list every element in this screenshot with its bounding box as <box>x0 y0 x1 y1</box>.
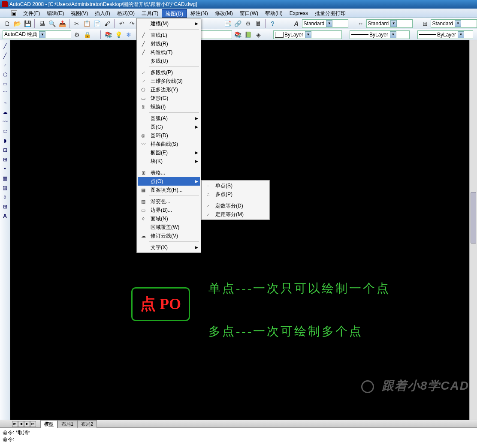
menu-revcloud[interactable]: ☁修订云线(V) <box>138 232 200 240</box>
publish-icon[interactable]: 📤 <box>58 19 67 28</box>
save-icon[interactable]: 💾 <box>23 19 32 28</box>
open-icon[interactable]: 📂 <box>13 19 22 28</box>
revcloud-tool-icon[interactable]: ☁ <box>1 108 9 117</box>
spline-tool-icon[interactable]: 〰 <box>1 117 9 126</box>
menu-modify[interactable]: 修改(M) <box>211 9 236 18</box>
pline-tool-icon[interactable]: ⟋ <box>1 61 9 69</box>
tab-next-icon[interactable]: ▶ <box>24 421 30 427</box>
menu-tools[interactable]: 工具(T) <box>138 9 162 18</box>
markup-icon[interactable]: 🔗 <box>233 19 242 28</box>
polygon-tool-icon[interactable]: ⬠ <box>1 70 9 79</box>
menu-edit[interactable]: 编辑(E) <box>43 9 67 18</box>
submenu-measure[interactable]: ⟋定距等分(M) <box>202 210 269 219</box>
submenu-single-point[interactable]: ·单点(S) <box>202 181 269 190</box>
calc-icon[interactable]: 🖩 <box>254 19 263 28</box>
redo-icon[interactable]: ↷ <box>127 19 137 28</box>
submenu-multi-point[interactable]: ∴多点(P) <box>202 190 269 198</box>
region-tool-icon[interactable]: ◊ <box>1 193 9 201</box>
layer-iso-icon[interactable]: ◈ <box>254 30 263 39</box>
menu-express[interactable]: Express <box>286 9 311 18</box>
tab-layout2[interactable]: 布局2 <box>77 420 97 428</box>
menu-format[interactable]: 格式(O) <box>114 9 138 18</box>
cut-icon[interactable]: ✂ <box>72 19 82 28</box>
scrollbar-thumb[interactable] <box>471 192 476 244</box>
xline-tool-icon[interactable]: ╱ <box>1 51 9 60</box>
workspace-save-icon[interactable]: 🔒 <box>82 30 92 39</box>
workspace-dropdown[interactable]: AutoCAD 经典 ▼ <box>3 30 71 39</box>
menu-spline[interactable]: 〰样条曲线(S) <box>138 140 200 148</box>
rect-tool-icon[interactable]: ▭ <box>1 80 9 88</box>
menu-batch-print[interactable]: 批量分图打印 <box>311 9 349 18</box>
menu-circle[interactable]: 圆(C)▶ <box>138 123 200 131</box>
command-input-line[interactable]: 命令: <box>3 436 474 443</box>
textstyle-icon[interactable]: A <box>292 19 301 28</box>
menu-helix[interactable]: §螺旋(I) <box>138 102 200 111</box>
menu-hatch[interactable]: ▦图案填充(H)... <box>138 186 200 194</box>
workspace-settings-icon[interactable]: ⚙ <box>72 30 82 39</box>
linetype-dropdown[interactable]: ByLayer ▼ <box>350 30 410 39</box>
undo-icon[interactable]: ↶ <box>117 19 127 28</box>
menu-polygon[interactable]: ⬠正多边形(Y) <box>138 85 200 94</box>
menu-draw[interactable]: 绘图(D) <box>162 9 187 18</box>
tab-first-icon[interactable]: ⏮ <box>12 421 18 427</box>
menu-point[interactable]: 点(O)▶ <box>138 177 200 186</box>
dim-style-dropdown[interactable]: Standard ▼ <box>366 19 413 28</box>
menu-window[interactable]: 窗口(W) <box>236 9 262 18</box>
tab-prev-icon[interactable]: ◀ <box>18 421 24 427</box>
vertical-scrollbar[interactable] <box>469 40 477 420</box>
menu-file[interactable]: 文件(F) <box>20 9 43 18</box>
menu-block[interactable]: 块(K)▶ <box>138 157 200 165</box>
new-icon[interactable]: 🗋 <box>3 19 12 28</box>
table-tool-icon[interactable]: ⊞ <box>1 202 9 211</box>
menu-mline[interactable]: 多线(U) <box>138 57 200 65</box>
gradient-tool-icon[interactable]: ▨ <box>1 183 9 192</box>
menu-wipeout[interactable]: 区域覆盖(W) <box>138 223 200 232</box>
tab-model[interactable]: 模型 <box>40 420 57 428</box>
menu-pline[interactable]: ⟋多段线(P) <box>138 68 200 77</box>
point-tool-icon[interactable]: • <box>1 165 9 173</box>
menu-rectangle[interactable]: ▭矩形(G) <box>138 94 200 102</box>
submenu-divide[interactable]: ⟋定数等分(D) <box>202 201 269 210</box>
restore-icon[interactable]: ▣ <box>11 10 17 16</box>
command-input[interactable] <box>16 436 474 442</box>
menu-ray[interactable]: ╱射线(R) <box>138 39 200 48</box>
menu-view[interactable]: 视图(V) <box>67 9 91 18</box>
dimstyle-icon[interactable]: ↔ <box>356 19 365 28</box>
layer-manager-icon[interactable]: 📚 <box>103 30 113 39</box>
layer-prev-icon[interactable]: 📚 <box>233 30 242 39</box>
paste-icon[interactable]: 📄 <box>93 19 102 28</box>
insertblock-tool-icon[interactable]: ⊡ <box>1 146 9 154</box>
match-icon[interactable]: 🖌 <box>103 19 112 28</box>
menu-gradient[interactable]: ▨渐变色... <box>138 197 200 206</box>
color-dropdown[interactable]: ByLayer ▼ <box>273 30 342 39</box>
menu-text[interactable]: 文字(X)▶ <box>138 243 200 252</box>
menu-arc[interactable]: 圆弧(A)▶ <box>138 114 200 123</box>
text-style-dropdown[interactable]: Standard ▼ <box>302 19 348 28</box>
tablestyle-icon[interactable]: ⊞ <box>420 19 430 28</box>
arc-tool-icon[interactable]: ⌒ <box>1 89 9 98</box>
table-style-dropdown[interactable]: Standard ▼ <box>431 19 477 28</box>
help-icon[interactable]: ? <box>268 19 278 28</box>
menu-line[interactable]: ╱直线(L) <box>138 31 200 39</box>
print-icon[interactable]: 🖶 <box>37 19 47 28</box>
render-icon[interactable]: ⚙ <box>243 19 253 28</box>
line-tool-icon[interactable]: ╱ <box>1 42 9 51</box>
layer-freeze-icon[interactable]: ❄ <box>124 30 133 39</box>
makeblock-tool-icon[interactable]: ⊞ <box>1 155 9 164</box>
copy-icon[interactable]: 📋 <box>82 19 92 28</box>
ellipsearc-tool-icon[interactable]: ◗ <box>1 136 9 145</box>
sheetset-icon[interactable]: 📑 <box>223 19 232 28</box>
layer-states-icon[interactable]: 📗 <box>243 30 253 39</box>
menu-insert[interactable]: 插入(I) <box>91 9 113 18</box>
menu-modeling[interactable]: 建模(M) ▶ <box>138 19 200 28</box>
hatch-tool-icon[interactable]: ▦ <box>1 174 9 183</box>
menu-region[interactable]: ◊面域(N) <box>138 214 200 223</box>
drawing-canvas[interactable]: 点 PO 单点---一次只可以绘制一个点 多点---一次可绘制多个点 跟着小8学… <box>10 40 477 420</box>
lineweight-dropdown[interactable]: ByLayer ▼ <box>417 30 473 39</box>
preview-icon[interactable]: 🔍 <box>48 19 57 28</box>
menu-ellipse[interactable]: 椭圆(E)▶ <box>138 148 200 157</box>
menu-donut[interactable]: ◎圆环(D) <box>138 131 200 140</box>
menu-dim[interactable]: 标注(N) <box>187 9 211 18</box>
tab-last-icon[interactable]: ⏭ <box>30 421 36 427</box>
menu-boundary[interactable]: ▭边界(B)... <box>138 206 200 214</box>
